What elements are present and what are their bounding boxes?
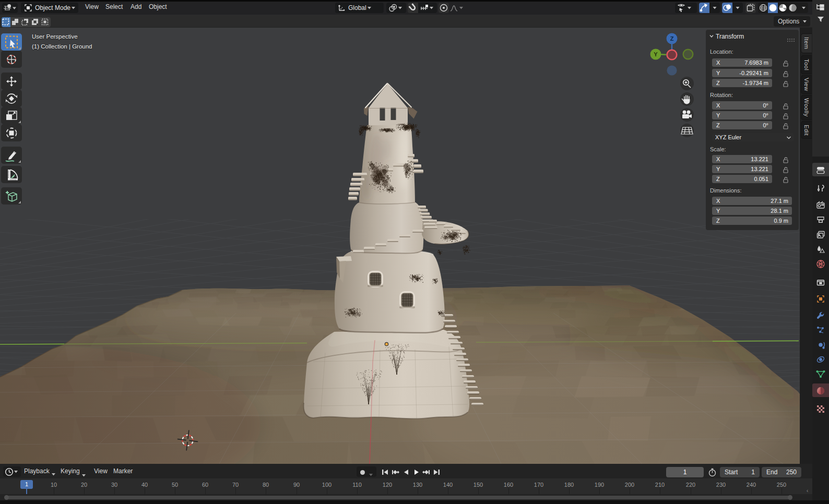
svg-text:Y: Y bbox=[654, 51, 658, 57]
svg-text:Z: Z bbox=[670, 35, 674, 42]
